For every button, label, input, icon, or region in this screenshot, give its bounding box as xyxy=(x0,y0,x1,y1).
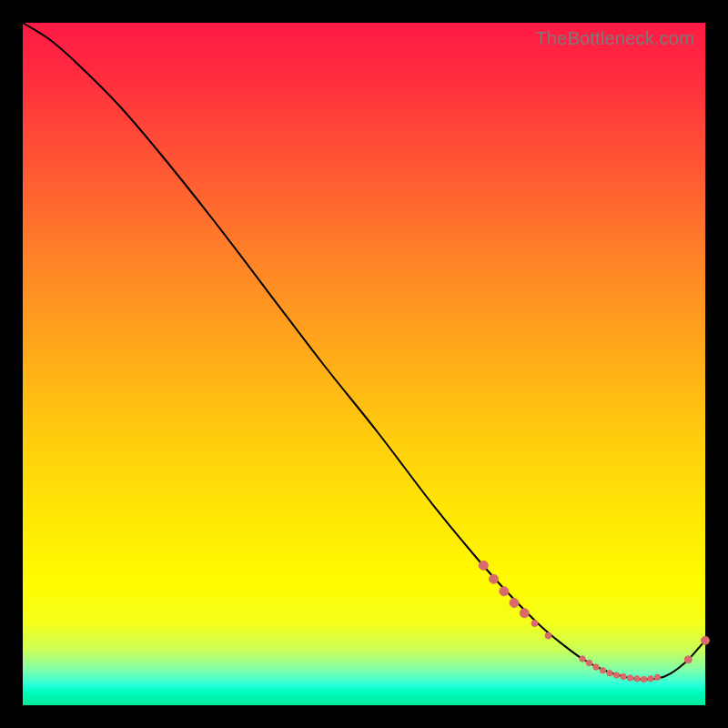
highlight-dot xyxy=(580,656,585,662)
highlight-dot xyxy=(607,671,612,676)
highlight-dot xyxy=(648,676,653,682)
highlight-dot xyxy=(627,675,632,681)
highlight-dot xyxy=(600,668,605,673)
highlight-dot xyxy=(684,656,692,663)
highlight-dot xyxy=(641,676,646,682)
bottleneck-curve-line xyxy=(23,23,705,680)
chart-frame: TheBottleneck.com xyxy=(23,23,705,705)
highlight-dot xyxy=(500,587,509,596)
highlight-dot xyxy=(531,621,538,627)
highlight-dot xyxy=(510,599,519,608)
highlight-dot xyxy=(586,660,592,665)
highlight-dot xyxy=(634,676,640,682)
highlight-dot xyxy=(654,674,660,680)
highlight-dot xyxy=(593,664,599,670)
highlight-dot xyxy=(490,574,499,583)
highlight-dot xyxy=(702,636,710,644)
highlight-dot xyxy=(621,673,626,679)
highlight-dots-group xyxy=(479,561,709,682)
highlight-dot xyxy=(520,609,529,618)
highlight-dot xyxy=(479,561,488,570)
highlight-dot xyxy=(545,632,551,639)
highlight-dot xyxy=(613,672,619,678)
chart-svg xyxy=(23,23,705,705)
